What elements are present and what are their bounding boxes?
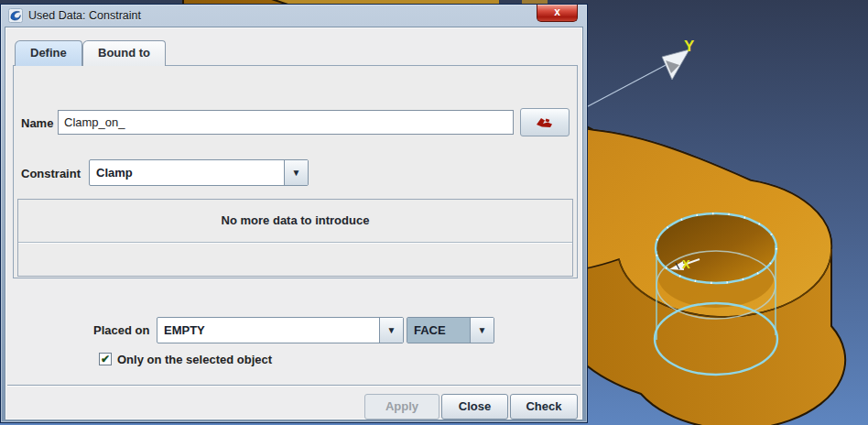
used-data-constraint-dialog: Used Data: Constraint x Define Bound to …: [0, 4, 588, 423]
button-bar-separator: [7, 385, 580, 387]
x-axis-label: X: [682, 257, 690, 271]
close-button[interactable]: Close: [441, 394, 508, 420]
dialog-titlebar[interactable]: Used Data: Constraint x: [5, 5, 583, 27]
info-panel-divider: [18, 242, 572, 243]
constraint-dropdown[interactable]: Clamp ▼: [89, 159, 309, 186]
tab-define[interactable]: Define: [15, 40, 82, 66]
constraint-symbol-button[interactable]: [520, 108, 570, 136]
name-input[interactable]: [58, 110, 514, 135]
app-icon: [8, 8, 23, 23]
clamp-icon: [535, 115, 555, 129]
info-message: No more data to introduce: [18, 200, 572, 241]
dialog-title: Used Data: Constraint: [28, 9, 141, 22]
only-selected-checkbox[interactable]: ✔: [99, 353, 112, 365]
chevron-down-icon[interactable]: ▼: [470, 318, 494, 343]
check-button[interactable]: Check: [510, 394, 578, 420]
only-selected-label: Only on the selected object: [117, 353, 272, 366]
chevron-down-icon[interactable]: ▼: [379, 318, 403, 343]
entity-type-dropdown[interactable]: FACE ▼: [407, 317, 494, 343]
constraint-value: Clamp: [90, 160, 284, 185]
define-tab-panel: Name Constraint Clamp ▼ No more data to: [13, 65, 578, 278]
entity-type-value: FACE: [407, 318, 470, 343]
chevron-down-icon[interactable]: ▼: [284, 160, 308, 185]
info-panel: No more data to introduce: [17, 199, 573, 277]
constraint-label: Constraint: [21, 167, 81, 180]
placed-on-value: EMPTY: [157, 318, 379, 343]
apply-button[interactable]: Apply: [364, 394, 439, 420]
tab-bound-to[interactable]: Bound to: [82, 40, 166, 66]
close-window-button[interactable]: x: [537, 5, 578, 22]
application-window: Y X: [0, 0, 868, 425]
y-axis-label: Y: [684, 38, 695, 55]
name-label: Name: [21, 116, 53, 130]
placed-on-dropdown[interactable]: EMPTY ▼: [157, 317, 404, 343]
placed-on-label: Placed on: [93, 323, 149, 337]
dialog-body: Define Bound to Name Constraint Clamp ▼: [5, 27, 583, 420]
checkbox-checked-icon: ✔: [101, 353, 110, 365]
